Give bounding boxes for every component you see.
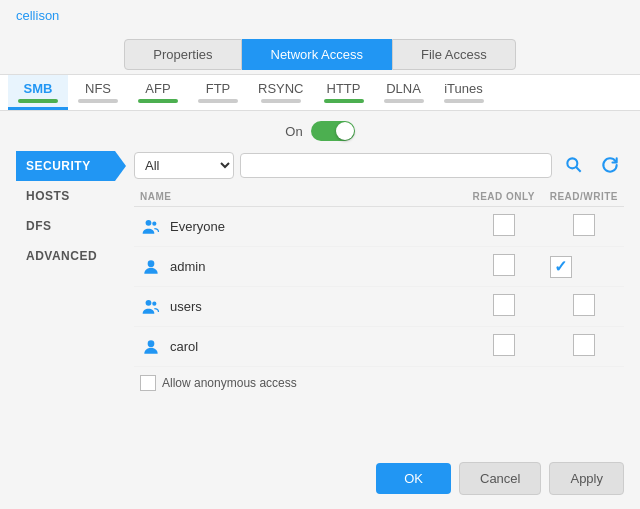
- cancel-button[interactable]: Cancel: [459, 462, 541, 495]
- breadcrumb: cellison: [0, 0, 640, 31]
- checkbox-users-readonly[interactable]: [493, 294, 515, 316]
- anonymous-access-checkbox[interactable]: [140, 375, 156, 391]
- nav-item-advanced[interactable]: ADVANCED: [16, 241, 126, 271]
- protocol-tab-afp[interactable]: AFP: [128, 75, 188, 110]
- protocol-tabs: SMB NFS AFP FTP RSYNC HTTP DLNA iTunes: [0, 74, 640, 111]
- user-name-carol: carol: [170, 339, 198, 354]
- access-table: NAME READ ONLY READ/WRITE: [134, 187, 624, 367]
- search-button[interactable]: [558, 151, 590, 179]
- user-row-admin: admin: [140, 256, 458, 278]
- checkbox-everyone-readwrite[interactable]: [573, 214, 595, 236]
- bottom-buttons: OK Cancel Apply: [0, 452, 640, 509]
- col-read-only: READ ONLY: [464, 187, 544, 207]
- ftp-indicator: [198, 99, 238, 103]
- checkbox-admin-read[interactable]: [464, 247, 544, 287]
- svg-point-0: [567, 158, 577, 168]
- checkbox-admin-readonly[interactable]: [493, 254, 515, 276]
- itunes-indicator: [444, 99, 484, 103]
- user-row-users: users: [140, 296, 458, 318]
- protocol-tab-dlna[interactable]: DLNA: [374, 75, 434, 110]
- checkbox-carol-readonly[interactable]: [493, 334, 515, 356]
- checkbox-users-write[interactable]: [544, 287, 624, 327]
- svg-point-6: [152, 301, 156, 305]
- nfs-indicator: [78, 99, 118, 103]
- checkbox-users-read[interactable]: [464, 287, 544, 327]
- search-input[interactable]: [240, 153, 552, 178]
- user-row-carol: carol: [140, 336, 458, 358]
- table-row: users: [134, 287, 624, 327]
- col-name: NAME: [134, 187, 464, 207]
- breadcrumb-link[interactable]: cellison: [16, 8, 59, 23]
- checkbox-everyone-read[interactable]: [464, 207, 544, 247]
- filter-select[interactable]: All Users Groups: [134, 152, 234, 179]
- http-indicator: [324, 99, 364, 103]
- checkbox-carol-readwrite[interactable]: [573, 334, 595, 356]
- svg-point-3: [152, 221, 156, 225]
- protocol-tab-ftp[interactable]: FTP: [188, 75, 248, 110]
- nav-item-dfs[interactable]: DFS: [16, 211, 126, 241]
- checkbox-carol-read[interactable]: [464, 327, 544, 367]
- svg-point-2: [146, 219, 152, 225]
- tab-network-access[interactable]: Network Access: [242, 39, 392, 70]
- protocol-tab-nfs[interactable]: NFS: [68, 75, 128, 110]
- checkbox-admin-readwrite[interactable]: ✓: [550, 256, 572, 278]
- svg-point-4: [148, 260, 155, 267]
- ok-button[interactable]: OK: [376, 463, 451, 494]
- protocol-tab-smb[interactable]: SMB: [8, 75, 68, 110]
- protocol-tab-rsync[interactable]: RSYNC: [248, 75, 314, 110]
- tab-file-access[interactable]: File Access: [392, 39, 516, 70]
- right-panel: All Users Groups: [126, 147, 624, 452]
- checkbox-carol-write[interactable]: [544, 327, 624, 367]
- protocol-tab-http[interactable]: HTTP: [314, 75, 374, 110]
- checkbox-everyone-readonly[interactable]: [493, 214, 515, 236]
- dlna-indicator: [384, 99, 424, 103]
- user-name-everyone: Everyone: [170, 219, 225, 234]
- toggle-knob: [336, 122, 354, 140]
- tab-properties[interactable]: Properties: [124, 39, 241, 70]
- protocol-tab-itunes[interactable]: iTunes: [434, 75, 494, 110]
- user-name-users: users: [170, 299, 202, 314]
- table-row: Everyone: [134, 207, 624, 247]
- col-read-write: READ/WRITE: [544, 187, 624, 207]
- group-icon: [140, 296, 162, 318]
- svg-line-1: [576, 167, 581, 172]
- user-row-everyone: Everyone: [140, 216, 458, 238]
- content-area: SECURITY HOSTS DFS ADVANCED All Users Gr…: [0, 147, 640, 452]
- toggle-area: On: [0, 111, 640, 147]
- afp-indicator: [138, 99, 178, 103]
- nav-item-hosts[interactable]: HOSTS: [16, 181, 126, 211]
- filter-row: All Users Groups: [134, 151, 624, 179]
- anonymous-access-label: Allow anonymous access: [162, 376, 297, 390]
- refresh-icon: [600, 155, 620, 175]
- group-icon: [140, 216, 162, 238]
- user-icon: [140, 336, 162, 358]
- svg-point-5: [146, 299, 152, 305]
- refresh-button[interactable]: [596, 151, 624, 179]
- nav-item-security[interactable]: SECURITY: [16, 151, 126, 181]
- svg-point-7: [148, 340, 155, 347]
- table-row: admin ✓: [134, 247, 624, 287]
- main-tabs: Properties Network Access File Access: [0, 31, 640, 74]
- apply-button[interactable]: Apply: [549, 462, 624, 495]
- table-row: carol: [134, 327, 624, 367]
- checkbox-everyone-write[interactable]: [544, 207, 624, 247]
- checkbox-admin-write[interactable]: ✓: [544, 247, 624, 287]
- anonymous-access-row: Allow anonymous access: [134, 367, 624, 399]
- search-icon: [564, 155, 584, 175]
- checkbox-users-readwrite[interactable]: [573, 294, 595, 316]
- user-icon: [140, 256, 162, 278]
- left-nav: SECURITY HOSTS DFS ADVANCED: [16, 147, 126, 452]
- smb-indicator: [18, 99, 58, 103]
- user-name-admin: admin: [170, 259, 205, 274]
- toggle-switch[interactable]: [311, 121, 355, 141]
- rsync-indicator: [261, 99, 301, 103]
- toggle-label: On: [285, 124, 302, 139]
